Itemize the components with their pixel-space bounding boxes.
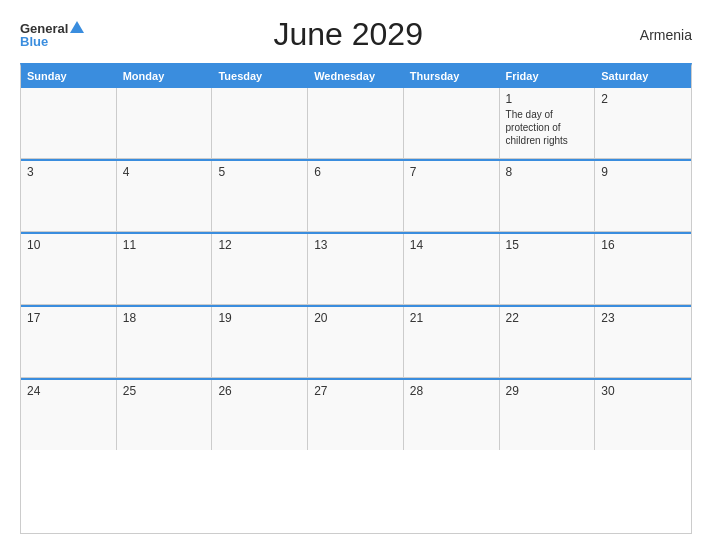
cal-cell: 14 [404,234,500,304]
event-label: The day of protection of children rights [506,109,568,146]
cal-cell: 5 [212,161,308,231]
cal-cell: 11 [117,234,213,304]
cal-cell: 7 [404,161,500,231]
cal-cell: 21 [404,307,500,377]
calendar: Sunday Monday Tuesday Wednesday Thursday… [20,63,692,534]
cal-cell: 29 [500,380,596,450]
header-friday: Friday [500,66,596,86]
cal-cell: 6 [308,161,404,231]
day-number: 19 [218,311,301,325]
cal-cell: 18 [117,307,213,377]
day-number: 27 [314,384,397,398]
cal-cell: 26 [212,380,308,450]
day-number: 9 [601,165,685,179]
calendar-week-4: 17181920212223 [21,305,691,378]
cal-cell [308,88,404,158]
day-number: 3 [27,165,110,179]
header-sunday: Sunday [21,66,117,86]
day-number: 25 [123,384,206,398]
cal-cell: 2 [595,88,691,158]
logo-blue-text: Blue [20,35,48,48]
day-number: 2 [601,92,685,106]
day-number: 21 [410,311,493,325]
day-number: 22 [506,311,589,325]
day-number: 11 [123,238,206,252]
header-thursday: Thursday [404,66,500,86]
calendar-week-5: 24252627282930 [21,378,691,450]
cal-cell [117,88,213,158]
day-number: 5 [218,165,301,179]
cal-cell [212,88,308,158]
header-saturday: Saturday [595,66,691,86]
cal-cell: 10 [21,234,117,304]
cal-cell: 17 [21,307,117,377]
day-number: 1 [506,92,589,106]
logo-triangle-icon [70,21,84,33]
cal-cell [21,88,117,158]
calendar-week-2: 3456789 [21,159,691,232]
cal-cell: 30 [595,380,691,450]
cal-cell: 22 [500,307,596,377]
day-number: 26 [218,384,301,398]
calendar-header: Sunday Monday Tuesday Wednesday Thursday… [21,66,691,86]
day-number: 24 [27,384,110,398]
day-number: 16 [601,238,685,252]
cal-cell: 23 [595,307,691,377]
day-number: 30 [601,384,685,398]
logo: General Blue [20,22,84,48]
country-label: Armenia [612,27,692,43]
day-number: 20 [314,311,397,325]
header: General Blue June 2029 Armenia [20,16,692,53]
cal-cell: 24 [21,380,117,450]
cal-cell: 1The day of protection of children right… [500,88,596,158]
cal-cell [404,88,500,158]
page: General Blue June 2029 Armenia Sunday Mo… [0,0,712,550]
logo-general-text: General [20,22,68,35]
calendar-week-1: 1The day of protection of children right… [21,86,691,159]
day-number: 7 [410,165,493,179]
cal-cell: 13 [308,234,404,304]
cal-cell: 8 [500,161,596,231]
cal-cell: 16 [595,234,691,304]
cal-cell: 25 [117,380,213,450]
day-number: 18 [123,311,206,325]
calendar-body: 1The day of protection of children right… [21,86,691,450]
calendar-week-3: 10111213141516 [21,232,691,305]
cal-cell: 20 [308,307,404,377]
day-number: 23 [601,311,685,325]
cal-cell: 3 [21,161,117,231]
day-number: 28 [410,384,493,398]
day-number: 15 [506,238,589,252]
day-number: 29 [506,384,589,398]
header-tuesday: Tuesday [212,66,308,86]
header-wednesday: Wednesday [308,66,404,86]
day-number: 14 [410,238,493,252]
day-number: 13 [314,238,397,252]
calendar-title: June 2029 [84,16,612,53]
day-number: 17 [27,311,110,325]
day-number: 12 [218,238,301,252]
cal-cell: 27 [308,380,404,450]
header-monday: Monday [117,66,213,86]
day-number: 8 [506,165,589,179]
day-number: 6 [314,165,397,179]
cal-cell: 19 [212,307,308,377]
cal-cell: 28 [404,380,500,450]
cal-cell: 15 [500,234,596,304]
cal-cell: 4 [117,161,213,231]
day-number: 10 [27,238,110,252]
day-number: 4 [123,165,206,179]
cal-cell: 12 [212,234,308,304]
cal-cell: 9 [595,161,691,231]
